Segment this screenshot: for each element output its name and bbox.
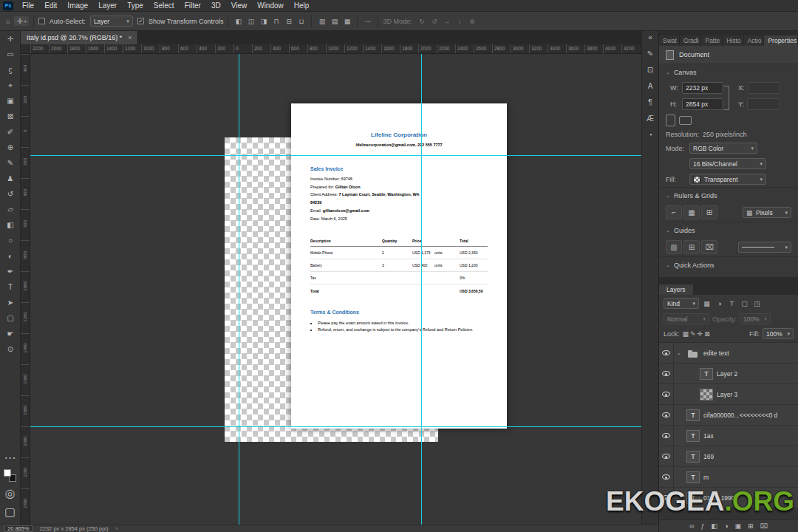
visibility-toggle[interactable]	[659, 426, 674, 446]
fill-opacity-dropdown[interactable]: 100%	[763, 328, 794, 339]
menu-item[interactable]: Filter	[180, 0, 206, 12]
rectangular-marquee-tool[interactable]: ▭	[0, 47, 21, 62]
menu-item[interactable]: Help	[289, 0, 315, 12]
rulers-grids-section-header[interactable]: Rulers & Grids	[659, 187, 798, 203]
lasso-tool[interactable]: ϛ	[0, 62, 21, 78]
auto-select-checkbox[interactable]	[38, 18, 45, 24]
zoom-tool[interactable]: ⊙	[0, 341, 21, 357]
character-panel-icon[interactable]: A	[648, 82, 653, 90]
visibility-toggle[interactable]	[659, 384, 674, 404]
more-options-icon[interactable]: ⋯	[362, 16, 373, 27]
edit-toolbar-icon[interactable]: ⋯	[4, 451, 16, 465]
landscape-orientation-button[interactable]	[679, 116, 692, 125]
clear-guides-icon[interactable]: ⌧	[701, 240, 717, 254]
filter-type-layers-icon[interactable]: T	[726, 298, 737, 309]
gradient-tool[interactable]: ◧	[0, 217, 21, 233]
align-top-edges-icon[interactable]: ⊓	[270, 16, 282, 27]
menu-item[interactable]: Layer	[93, 0, 122, 12]
layer-row[interactable]: T 169	[659, 446, 798, 466]
color-swatches[interactable]	[4, 469, 16, 482]
visibility-toggle[interactable]	[659, 343, 674, 363]
new-group-icon[interactable]: ▣	[734, 522, 741, 530]
filter-kind-dropdown[interactable]: Kind	[664, 298, 699, 309]
bit-depth-dropdown[interactable]: 16 Bits/Channel	[689, 158, 766, 169]
blend-mode-dropdown[interactable]: Normal	[664, 313, 709, 324]
clone-stamp-tool[interactable]: ♟	[0, 171, 21, 186]
panel-tab[interactable]: Properties	[764, 35, 798, 46]
crop-tool[interactable]: ▣	[0, 93, 21, 109]
quick-actions-section-header[interactable]: Quick Actions	[659, 256, 798, 273]
y-input[interactable]	[747, 98, 780, 110]
distribute-spacing-icon[interactable]: ▦	[341, 16, 352, 27]
guide-vertical[interactable]	[421, 54, 422, 525]
type-tool[interactable]: T	[0, 279, 21, 295]
new-guide-layout-icon[interactable]: ▥	[666, 240, 682, 254]
close-icon[interactable]: ×	[128, 34, 132, 41]
expand-panels-icon[interactable]: «	[648, 33, 652, 41]
color-mode-dropdown[interactable]: RGB Color	[689, 143, 757, 154]
layer-name[interactable]: 1ax	[703, 432, 714, 440]
layer-row[interactable]: T m	[659, 467, 798, 487]
height-input[interactable]: 2854 px	[682, 98, 723, 110]
layer-thumbnail-icon[interactable]: T	[700, 368, 713, 380]
hand-tool[interactable]: ☛	[0, 326, 21, 341]
move-tool[interactable]: ✛	[0, 31, 21, 47]
3d-slide-icon[interactable]: ↕	[454, 16, 465, 27]
layer-row[interactable]: T Layer 2	[659, 364, 798, 383]
menu-item[interactable]: Window	[252, 0, 289, 12]
visibility-toggle[interactable]	[659, 405, 674, 425]
layer-thumbnail-icon[interactable]	[700, 389, 713, 400]
layer-name[interactable]: Layer 2	[717, 370, 737, 378]
brush-settings-icon[interactable]: ✎	[647, 50, 653, 58]
visibility-toggle[interactable]	[659, 467, 674, 487]
filter-pixel-layers-icon[interactable]: ▦	[701, 298, 712, 309]
3d-drag-icon[interactable]: ↔	[441, 16, 452, 27]
glyphs-panel-icon[interactable]: Æ	[647, 115, 654, 123]
pen-tool[interactable]: ✒	[0, 264, 21, 279]
history-brush-tool[interactable]: ↺	[0, 186, 21, 202]
layer-thumbnail-icon[interactable]: T	[686, 409, 700, 421]
horizontal-ruler[interactable]: 2200200018001600140012001000800600400200…	[21, 44, 641, 54]
3d-roll-icon[interactable]: ↺	[429, 16, 440, 27]
eyedropper-tool[interactable]: ✐	[0, 124, 21, 140]
healing-brush-tool[interactable]: ⊕	[0, 140, 21, 155]
grid-icon[interactable]: ▦	[683, 205, 700, 219]
filter-adjustment-layers-icon[interactable]: ◑	[714, 298, 725, 309]
layer-thumbnail-icon[interactable]: T	[686, 451, 700, 463]
history-panel-icon[interactable]: ◔	[648, 131, 652, 139]
menu-item[interactable]: Type	[122, 0, 149, 12]
align-left-edges-icon[interactable]: ◧	[233, 16, 244, 27]
menu-item[interactable]: Select	[149, 0, 180, 12]
layer-name[interactable]: 169	[703, 453, 714, 460]
width-input[interactable]: 2232 px	[682, 82, 723, 94]
layer-thumbnail-icon[interactable]: T	[686, 471, 700, 483]
ruler-icon[interactable]: ⌐	[666, 205, 682, 219]
blur-tool[interactable]: ○	[0, 233, 21, 248]
layer-name[interactable]: m	[703, 474, 709, 481]
auto-select-dropdown[interactable]: Layer	[90, 16, 133, 27]
link-dimensions-icon[interactable]	[724, 86, 729, 110]
screen-mode-icon[interactable]: ▢	[4, 505, 16, 519]
filter-smart-objects-icon[interactable]: ◳	[751, 298, 763, 309]
portrait-orientation-button[interactable]	[666, 115, 675, 126]
layer-name[interactable]: cifa000000...<<<<<<<<0 d	[703, 412, 777, 419]
layer-row[interactable]: T cifa000000...<<<<<<<<0 d	[659, 405, 798, 425]
shape-tool[interactable]: ▢	[0, 310, 21, 326]
panel-tab[interactable]: Histo	[723, 35, 743, 46]
guide-style-dropdown[interactable]	[738, 242, 791, 253]
zoom-level-input[interactable]: 20.865%	[4, 525, 33, 532]
document-tab[interactable]: Italy id.psd @ 20.7% (RGB/16) * ×	[21, 31, 138, 44]
menu-item[interactable]: 3D	[206, 0, 226, 12]
layer-row[interactable]: T 1ax	[659, 426, 798, 446]
vertical-ruler[interactable]: 4002000200400600800100012001400160018002…	[21, 54, 30, 525]
x-input[interactable]	[748, 82, 780, 94]
menu-item[interactable]: Image	[62, 0, 93, 12]
guide-horizontal[interactable]	[30, 426, 641, 427]
foreground-color-swatch[interactable]	[4, 469, 11, 477]
path-selection-tool[interactable]: ➤	[0, 295, 21, 310]
canvas-area[interactable]: Lifeline Corporation lifelinecorporation…	[30, 54, 641, 525]
status-options-icon[interactable]: ›	[116, 525, 118, 532]
menu-item[interactable]: File	[17, 0, 39, 12]
lock-transparent-pixels-icon[interactable]: ▦	[683, 330, 689, 338]
new-adjustment-layer-icon[interactable]: ◑	[724, 522, 728, 530]
